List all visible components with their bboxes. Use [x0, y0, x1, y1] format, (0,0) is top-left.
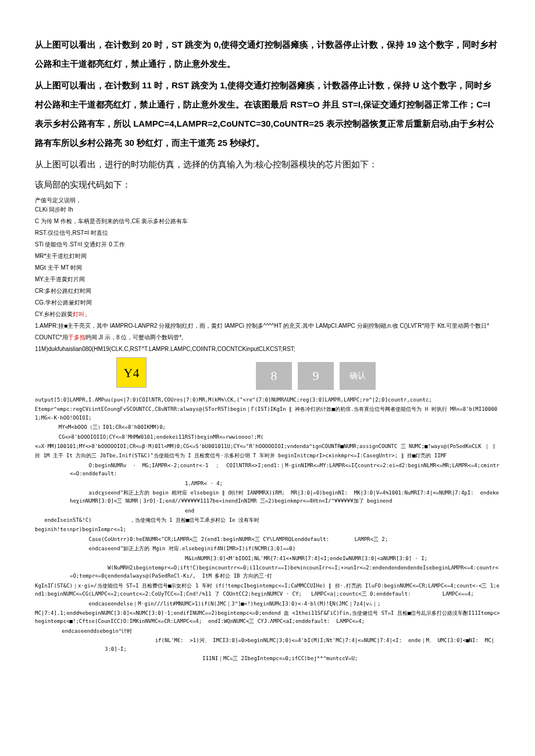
code-line: beginih!teιnpr)beginIempr<=1; — [35, 525, 500, 533]
keypad-9[interactable]: 9 — [298, 362, 334, 390]
code-line: O:beginNUMRv · MG;IAMPR<-2;countr<-1 ； C… — [70, 461, 500, 478]
code-line: output[5:0]LAMPR,I.AMPuu(pu<|7:0)COIlNTR… — [35, 396, 500, 404]
code-comment-1: 产值号定义说明，CLKi 同步时 Ih — [35, 196, 500, 214]
code-line: endcaseend"卸正上方的 Mgin 对应.elsebeginif4N(I… — [70, 544, 500, 553]
code-comment-6: MGt 主干 MT 时间 — [35, 263, 500, 273]
code-line: <=X·MM)100101;MY<>8'bOOOOOIOI;CR<=β·M)0I… — [35, 442, 500, 450]
code-comment-2: C 为传 M 作检，车柄是否到来的信号,CE 衷示多村公路有车 — [35, 217, 500, 226]
code-line: endeIseinST&!C) ，当使俺信号为 1 且检■信号工承乡村公 Ie … — [35, 516, 500, 524]
code-line: if(NL'M€: >1)河、 IMCI3:0]=0>beginNLMC|3;0… — [105, 636, 500, 653]
code-line: MC|7:4].1;endd%ebeginNUMC[3:0]<=NUMC[3:0… — [35, 609, 500, 626]
code-comment-9: CG.学村公路量灯时间 — [35, 298, 500, 307]
code-line: Case(CoUntrr)0:heENUMR<"CR;LAMPR<三 2(end… — [70, 535, 500, 543]
code-comment-10: CY.乡村公跟黄灯叫」 — [35, 310, 500, 319]
code-comment-4: STi 使能信号.ST=I 交通灯开 0 工作 — [35, 240, 500, 249]
code-comment-7: MY.主干道黄灯片间 — [35, 275, 500, 284]
code-line: I11NI｜MC=三 2IbegIntempc<=0;ifCC)bej**^mu… — [105, 654, 500, 662]
code-line: endcaseenddsebegin^计时 — [52, 627, 500, 635]
code-comment-8: CR:多村公路红灯时间 — [35, 286, 500, 296]
keypad-row: 8 9 确认 — [256, 362, 500, 390]
code-line: CG<>8'bOOOIOIIO;CY<=8'MHMW0101;endekei11… — [52, 433, 500, 441]
code-line: Etempr^empc:regCViintECoungFvSCOUNTCC,C8… — [35, 405, 500, 422]
keypad-8[interactable]: 8 — [256, 362, 292, 390]
paragraph-2: 从上图可以看出，在计数到 11 时，RST 跳变为 1,使得交通灯控制器瘫痪，计… — [35, 76, 500, 152]
y4-label: Y4 — [116, 357, 147, 388]
code-comment-5: MR*主干道红灯时间 — [35, 252, 500, 261]
paragraph-1: 从上图可以看出，在计数到 20 时，ST 跳变为 0,使得交通灯控制器瘫痪，计数… — [35, 35, 500, 73]
code-comment-13: 11M)dukfuhaislian080(HM19(CLK.C,RST^T.LA… — [35, 345, 500, 354]
subheading: 该局部的实现代码如下： — [35, 176, 500, 194]
code-line: W(NuMRH2ıbegintempr<=O;ift!C)begincountr… — [70, 564, 500, 581]
code-line: aıdcχseend"和正上方的 begin 相对应 elsebegin ∥ 倒… — [70, 489, 500, 506]
code-line: 1.ΛMPR< · 4; — [87, 479, 500, 488]
code-line: endcaseendelse｜M·gin///lit#MNUMC>1)if(N(… — [70, 600, 500, 608]
code-line: M&inNUMR[3:0]<M'bIOOI;NL'MR{7:41<∗NUMR[7… — [87, 554, 500, 562]
code-line: KgInIΓ(ST&C)｜x·gi∞/当使能信号 ST=I 且检费信号■示女村公… — [35, 582, 500, 599]
code-comment-3: RST.仅位信号,RST=I 时直位 — [35, 228, 500, 238]
code-comment-11: 1.AMPR:挂■主干亮灭，其中 IAMPRO-LANPR2 分规控制红灯，雨，… — [35, 321, 500, 331]
code-line: MY<M<bOOO（三）I01;CR<=8'h00IKMM)0; — [52, 423, 500, 431]
keypad-confirm[interactable]: 确认 — [340, 362, 376, 390]
paragraph-3: 从上图可以看出，进行的时功能仿真，选择的仿真输入为:核心控制器模块的芯片图如下： — [35, 155, 500, 174]
code-line: 挂 1M 主干 It 方向的三 JbTbe,Inif(ST&C)"当使能信号为 … — [35, 452, 500, 460]
code-comment-12: COUNTC*用于多指眄间 JI 示，8 位，可蟹动两个数码管*, — [35, 333, 500, 342]
code-line: end — [87, 507, 500, 515]
